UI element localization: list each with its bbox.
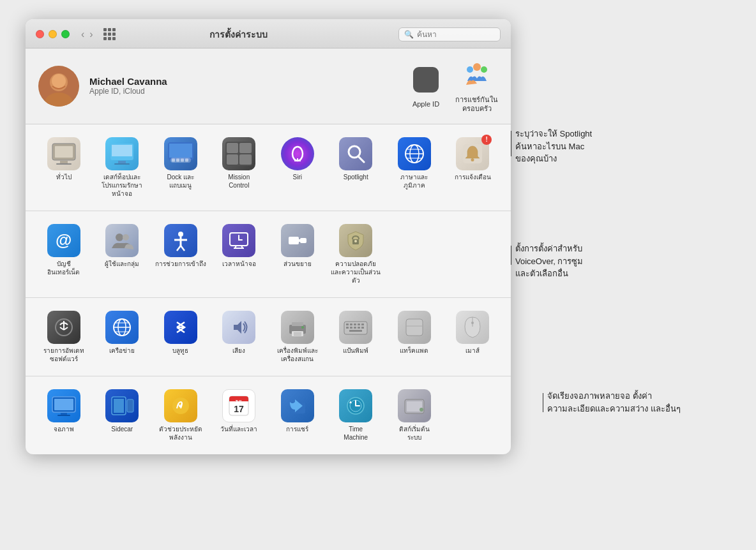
software-update-pref[interactable]: รายการอัพเดทซอฟต์แวร์ [36, 307, 92, 367]
window-title: การตั้งค่าระบบ [86, 27, 391, 41]
display-icon [47, 389, 80, 422]
display-label: จอภาพ [54, 425, 74, 433]
mouse-pref[interactable]: เมาส์ [445, 307, 501, 367]
svg-rect-23 [181, 158, 184, 161]
svg-rect-71 [294, 334, 301, 336]
users-groups-pref[interactable]: ผู้ใช้และกลุ่ม [94, 220, 151, 288]
spotlight-annotation-text: ระบุว่าจะให้ Spotlight ค้นหาอะไรบน Mac ข… [515, 128, 592, 165]
sidecar-pref[interactable]: Sidecar [94, 385, 151, 445]
desktop-pref[interactable]: เดสก์ท็อปและโปรแกรมรักษาหน้าจอ [94, 133, 151, 202]
display-annotation: จัดเรียงจอภาพหลายจอ ตั้งค่า ความละเอียดแ… [543, 390, 681, 415]
startup-disk-pref[interactable]: ดิสก์เริ่มต้นระบบ [386, 385, 442, 445]
svg-rect-80 [350, 327, 352, 329]
time-machine-pref[interactable]: TimeMachine [328, 385, 384, 445]
search-input[interactable] [417, 30, 495, 39]
svg-rect-28 [227, 154, 238, 165]
search-box[interactable]: 🔍 [398, 27, 501, 41]
mission-control-label: MissionControl [228, 173, 250, 190]
svg-rect-17 [114, 163, 130, 165]
extensions-pref[interactable]: ส่วนขยาย [269, 220, 326, 288]
svg-rect-12 [56, 163, 72, 165]
family-sharing-label: การแชร์กันในครอบครัว [455, 95, 498, 114]
language-icon [398, 137, 431, 170]
printers-label: เครื่องพิมพ์และเครื่องสแกน [277, 346, 318, 363]
internet-accounts-label: บัญชีอินเทอร์เน็ต [47, 260, 80, 276]
icon-grid-4: จอภาพ Sidecar [36, 385, 501, 445]
svg-rect-78 [361, 323, 364, 325]
printers-icon [281, 311, 314, 344]
svg-rect-29 [239, 154, 252, 165]
svg-point-8 [481, 66, 487, 73]
svg-point-57 [354, 240, 357, 242]
datetime-icon: JUL 17 [222, 389, 255, 422]
siri-icon [281, 137, 314, 170]
maximize-button[interactable] [61, 30, 70, 38]
svg-rect-70 [294, 332, 301, 334]
sharing-icon [281, 389, 314, 422]
screen-time-pref[interactable]: เวลาหน้าจอ [211, 220, 268, 288]
icon-grid-2: @ บัญชีอินเทอร์เน็ต ผู้ใช้และกลุ่ม [36, 220, 501, 288]
svg-rect-16 [118, 161, 126, 163]
general-icon [47, 137, 80, 170]
language-label: ภาษาและภูมิภาค [400, 173, 428, 190]
network-pref[interactable]: เครือข่าย [94, 307, 151, 367]
section-4: จอภาพ Sidecar [26, 376, 511, 454]
security-pref[interactable]: ความปลอดภัยและความเป็นส่วนตัว [328, 220, 384, 288]
apple-id-button[interactable]: Apple ID [409, 63, 442, 108]
svg-rect-79 [346, 327, 349, 329]
network-icon [105, 311, 139, 344]
avatar [38, 66, 79, 107]
section-1: ทั่วไป เดสก์ท็อปและโปรแกรมรักษาหน้าจอ [26, 124, 511, 211]
profile-name: Michael Cavanna [89, 76, 399, 87]
printers-pref[interactable]: เครื่องพิมพ์และเครื่องสแกน [269, 307, 326, 367]
svg-point-7 [467, 66, 473, 73]
family-sharing-button[interactable]: การแชร์กันในครอบครัว [455, 59, 498, 114]
svg-rect-55 [300, 238, 306, 243]
svg-rect-83 [361, 327, 364, 329]
display-pref[interactable]: จอภาพ [36, 385, 92, 445]
apple-id-icon [409, 63, 442, 96]
profile-row: Michael Cavanna Apple ID, iCloud Apple I… [26, 48, 511, 124]
keyboard-pref[interactable]: แป้นพิมพ์ [328, 307, 384, 367]
svg-rect-11 [60, 161, 68, 163]
svg-line-48 [181, 246, 185, 251]
traffic-lights [36, 30, 70, 38]
svg-rect-24 [185, 158, 188, 161]
titlebar: ‹ › การตั้งค่าระบบ 🔍 [26, 19, 511, 48]
svg-rect-85 [406, 319, 423, 336]
battery-pref[interactable]: ตัวช่วยประหยัดพลังงาน [153, 385, 209, 445]
software-update-icon [47, 311, 80, 344]
language-pref[interactable]: ภาษาและภูมิภาค [386, 133, 442, 202]
internet-accounts-pref[interactable]: @ บัญชีอินเทอร์เน็ต [36, 220, 92, 288]
mission-control-icon [222, 137, 255, 170]
svg-rect-68 [292, 322, 303, 326]
general-pref[interactable]: ทั่วไป [36, 133, 92, 202]
trackpad-pref[interactable]: แทร็คแพด [386, 307, 442, 367]
profile-info: Michael Cavanna Apple ID, iCloud [89, 76, 399, 96]
accessibility-pref[interactable]: การช่วยการเข้าถึง [153, 220, 209, 288]
sound-pref[interactable]: เสียง [211, 307, 268, 367]
svg-text:JUL: JUL [235, 399, 244, 404]
sharing-pref[interactable]: การแชร์ [269, 385, 326, 445]
back-button[interactable]: ‹ [80, 29, 86, 40]
spotlight-pref[interactable]: Spotlight [328, 133, 384, 202]
svg-rect-94 [114, 399, 124, 413]
siri-pref[interactable]: Siri [269, 133, 326, 202]
bluetooth-pref[interactable]: บลูทูธ [153, 307, 209, 367]
svg-rect-22 [176, 158, 179, 161]
datetime-pref[interactable]: JUL 17 วันที่และเวลา [211, 385, 268, 445]
close-button[interactable] [36, 30, 44, 38]
time-machine-label: TimeMachine [344, 425, 368, 442]
dock-icon [164, 137, 197, 170]
screen-time-label: เวลาหน้าจอ [222, 260, 256, 268]
notifications-pref[interactable]: ! การแจ้งเตือน [445, 133, 501, 202]
dock-pref[interactable]: Dock และแถบเมนู [153, 133, 209, 202]
svg-point-44 [178, 232, 183, 237]
trackpad-icon [398, 311, 431, 344]
section-3: รายการอัพเดทซอฟต์แวร์ เครือข่าย [26, 298, 511, 376]
minimize-button[interactable] [49, 30, 57, 38]
mission-control-pref[interactable]: MissionControl [211, 133, 268, 202]
keyboard-label: แป้นพิมพ์ [343, 346, 368, 355]
svg-rect-84 [349, 330, 362, 332]
dock-label: Dock และแถบเมนู [167, 173, 194, 190]
